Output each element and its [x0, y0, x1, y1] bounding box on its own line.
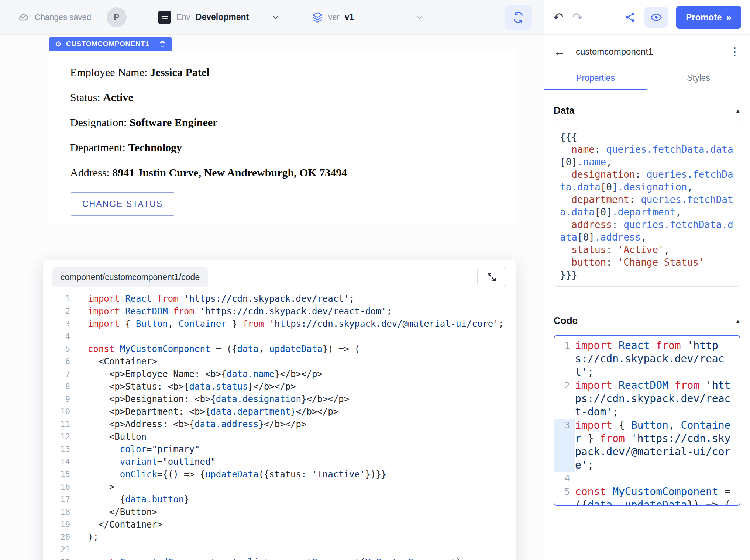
line-number: 9: [49, 393, 70, 405]
code-line-text[interactable]: [88, 543, 93, 556]
line-number: 8: [49, 380, 70, 393]
code-line-text[interactable]: designation: queries.fetchData.data[0].d…: [560, 168, 734, 193]
code-line: name: queries.fetchData.data[0].name,: [560, 143, 734, 168]
widget-config-tab[interactable]: ⚙ CUSTOMCOMPONENT1: [49, 37, 172, 51]
code-line-text[interactable]: [575, 472, 736, 485]
promote-button[interactable]: Promote »: [676, 6, 741, 29]
refresh-preview-button[interactable]: [505, 5, 532, 30]
code-line: 7 <p>Employee Name: <b>{data.name}</b></…: [49, 368, 516, 380]
line-number: 20: [49, 531, 70, 543]
collapse-triangle-icon[interactable]: ▲: [735, 108, 740, 114]
code-line-text[interactable]: button: 'Change Status': [560, 256, 734, 269]
code-line: 22const ConnectedComponent = Tooljet.con…: [49, 556, 516, 560]
code-line: 8 <p>Status: <b>{data.status}</b></p>: [49, 380, 516, 393]
env-label: Env: [176, 13, 190, 22]
data-section-header[interactable]: Data ▲: [554, 105, 740, 116]
field-value: Active: [103, 91, 133, 103]
code-line-text[interactable]: [88, 330, 93, 343]
version-selector[interactable]: ver v1: [312, 12, 424, 23]
trash-icon[interactable]: [159, 40, 166, 48]
code-line: button: 'Change Status': [560, 256, 734, 269]
code-line-text[interactable]: status: 'Active',: [560, 243, 734, 256]
field-label: Designation:: [70, 116, 130, 128]
back-arrow-icon[interactable]: ←: [554, 46, 565, 58]
code-line-text[interactable]: import { Button, Container } from 'https…: [575, 419, 736, 472]
code-section-header[interactable]: Code ▲: [554, 315, 740, 326]
code-line-text[interactable]: import React from 'https://cdn.skypack.d…: [575, 339, 736, 379]
code-line-text[interactable]: {data.button}: [88, 493, 189, 506]
preview-button[interactable]: [644, 7, 668, 28]
component-code-panel: component/customcomponent1/code 1import …: [42, 260, 516, 560]
tab-styles[interactable]: Styles: [647, 66, 750, 90]
code-line-text[interactable]: {{{: [560, 131, 734, 143]
chevron-down-icon[interactable]: [271, 13, 281, 22]
code-line-text[interactable]: import ReactDOM from 'https://cdn.skypac…: [575, 379, 736, 419]
collapse-editor-button[interactable]: [477, 267, 506, 287]
avatar[interactable]: P: [107, 7, 127, 27]
app-canvas[interactable]: ⚙ CUSTOMCOMPONENT1 Employee Name: Jessic…: [0, 35, 544, 560]
redo-icon[interactable]: ↷: [572, 11, 583, 24]
code-line: 16 >: [49, 481, 516, 493]
code-line-text[interactable]: </Button>: [88, 506, 157, 518]
code-line-text[interactable]: department: queries.fetchData.data[0].de…: [560, 193, 734, 218]
code-property-editor[interactable]: 1import React from 'https://cdn.skypack.…: [554, 335, 740, 506]
code-line: 2import ReactDOM from 'https://cdn.skypa…: [554, 379, 736, 419]
code-line-text[interactable]: const ConnectedComponent = Tooljet.conne…: [88, 556, 467, 560]
code-line-text[interactable]: <p>Status: <b>{data.status}</b></p>: [88, 380, 296, 393]
code-property-code[interactable]: 1import React from 'https://cdn.skypack.…: [554, 339, 736, 506]
code-line: {{{: [560, 131, 734, 143]
code-line-text[interactable]: <p>Designation: <b>{data.designation}</b…: [88, 393, 349, 405]
collapse-triangle-icon[interactable]: ▲: [735, 318, 740, 324]
code-line-text[interactable]: import React from 'https://cdn.skypack.d…: [88, 293, 355, 305]
code-line: 4: [49, 330, 516, 343]
code-line-text[interactable]: const MyCustomComponent = ({data, update…: [575, 485, 736, 506]
code-line: 3import { Button, Container } from 'http…: [554, 419, 736, 472]
code-line: 19 </Container>: [49, 518, 516, 531]
code-panel-title: component/customcomponent1/code: [52, 267, 208, 287]
avatar-initial: P: [114, 13, 120, 22]
code-editor[interactable]: 1import React from 'https://cdn.skypack.…: [43, 291, 516, 560]
code-line-text[interactable]: name: queries.fetchData.data[0].name,: [560, 143, 734, 168]
data-binding-editor[interactable]: {{{ name: queries.fetchData.data[0].name…: [554, 125, 740, 287]
custom-component-widget[interactable]: Employee Name: Jessica PatelStatus: Acti…: [49, 51, 516, 225]
line-number: 15: [49, 468, 70, 481]
code-line-text[interactable]: import { Button, Container } from 'https…: [88, 318, 504, 330]
changes-saved-indicator: Changes saved: [17, 12, 91, 23]
code-line-text[interactable]: <p>Department: <b>{data.department}</b><…: [88, 405, 338, 418]
line-number: 13: [49, 443, 70, 456]
code-line-text[interactable]: <p>Employee Name: <b>{data.name}</b></p>: [88, 368, 323, 380]
line-number: 5: [554, 485, 575, 506]
code-line-text[interactable]: <Button: [88, 431, 147, 443]
field-value: Software Engineer: [130, 116, 218, 128]
code-line-text[interactable]: color="primary": [88, 443, 200, 456]
environment-selector[interactable]: Env Development: [158, 11, 281, 24]
code-line-text[interactable]: );: [88, 531, 99, 543]
env-value: Development: [196, 12, 249, 22]
code-line: 14 variant="outlined": [49, 456, 516, 468]
line-number: 2: [554, 379, 575, 419]
kebab-menu-icon[interactable]: ⋮: [729, 46, 740, 57]
tab-properties[interactable]: Properties: [544, 66, 647, 90]
share-button[interactable]: [625, 12, 636, 23]
gear-icon[interactable]: ⚙: [55, 40, 62, 48]
code-line-text[interactable]: onClick={() => {updateData({status: 'Ina…: [88, 468, 386, 481]
chevron-down-icon[interactable]: [414, 13, 424, 22]
code-line-text[interactable]: address: queries.fetchData.data[0].addre…: [560, 218, 734, 243]
code-line: 18 </Button>: [49, 506, 516, 518]
code-line-text[interactable]: import ReactDOM from 'https://cdn.skypac…: [88, 305, 392, 318]
line-number: 11: [49, 418, 70, 431]
code-line-text[interactable]: <p>Address: <b>{data.address}</b></p>: [88, 418, 306, 431]
code-line-text[interactable]: <Container>: [88, 355, 157, 368]
code-line-text[interactable]: variant="outlined": [88, 456, 216, 468]
change-status-button[interactable]: CHANGE STATUS: [70, 192, 175, 216]
code-line-text[interactable]: const MyCustomComponent = ({data, update…: [88, 343, 360, 355]
code-line-text[interactable]: >: [88, 481, 114, 493]
inspector-body: Data ▲ {{{ name: queries.fetchData.data[…: [544, 105, 750, 506]
data-binding-code[interactable]: {{{ name: queries.fetchData.data[0].name…: [560, 131, 734, 281]
undo-icon[interactable]: ↶: [553, 11, 564, 24]
code-line-text[interactable]: </Container>: [88, 518, 162, 531]
promote-label: Promote: [686, 12, 722, 23]
code-line-text[interactable]: }}}: [560, 269, 734, 281]
layers-icon: [312, 12, 323, 23]
line-number: 6: [49, 355, 70, 368]
